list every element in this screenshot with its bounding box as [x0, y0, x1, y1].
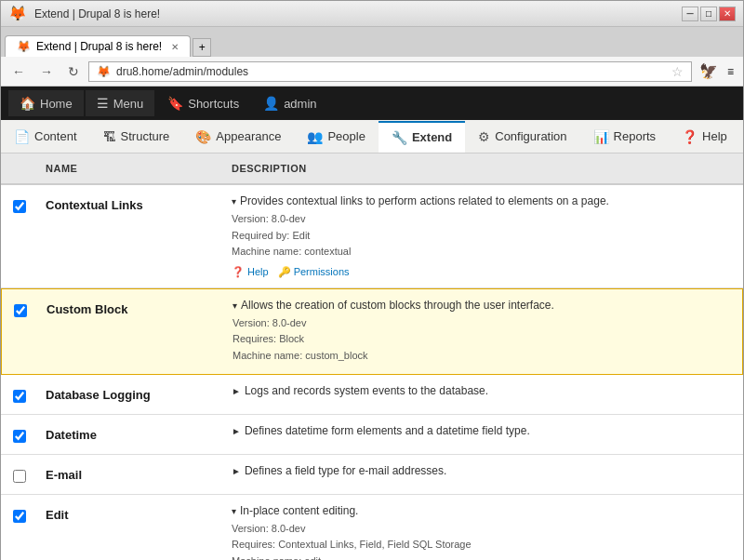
module-desc-datetime: Defines datetime form elements and a dat…	[245, 424, 530, 437]
back-button[interactable]: ←	[7, 62, 31, 81]
appearance-icon: 🎨	[195, 129, 211, 144]
nav-extend[interactable]: 🔧 Extend	[379, 121, 465, 153]
module-desc-contextual: Provides contextual links to perform act…	[240, 194, 609, 207]
content-icon: 📄	[14, 129, 30, 144]
module-name-database-logging: Database Logging	[46, 388, 151, 402]
tab-close-button[interactable]: ✕	[171, 42, 179, 52]
bookmark-star-icon[interactable]: ☆	[671, 64, 684, 79]
browser-title: Extend | Drupal 8 is here!	[34, 7, 160, 20]
tab-favicon: 🦊	[17, 40, 31, 53]
admin-toolbar: 🏠 Home ☰ Menu 🔖 Shortcuts 👤 admin	[1, 87, 743, 120]
home-icon: 🏠	[20, 96, 35, 111]
help-link-icon-contextual: ❓	[232, 266, 245, 278]
new-tab-button[interactable]: +	[193, 38, 211, 57]
module-desc-edit: In-place content editing.	[240, 504, 358, 517]
desc-cell-email: ► Defines a field type for e-mail addres…	[224, 455, 743, 494]
browser-icon: 🦊	[8, 5, 27, 22]
checkbox-email[interactable]	[13, 470, 26, 483]
admin-icon: 👤	[263, 96, 279, 111]
menu-icon: ☰	[97, 96, 109, 111]
nav-content[interactable]: 📄 Content	[1, 122, 90, 152]
desc-cell-datetime: ► Defines datetime form elements and a d…	[224, 415, 743, 454]
desc-cell-edit: ▾ In-place content editing. Version: 8.0…	[224, 495, 743, 560]
name-cell-email: E-mail	[38, 455, 224, 494]
requires-edit: Requires: Contextual Links, Field, Field…	[232, 537, 736, 553]
module-row-database-logging: Database Logging ► Logs and records syst…	[1, 375, 743, 415]
th-checkbox	[1, 157, 38, 180]
toolbar-admin[interactable]: 👤 admin	[252, 90, 327, 116]
drupal-icon[interactable]: 🦅	[696, 60, 722, 82]
nav-people[interactable]: 👥 People	[294, 122, 378, 152]
version-edit: Version: 8.0-dev	[232, 521, 736, 538]
toolbar-shortcuts[interactable]: 🔖 Shortcuts	[156, 90, 250, 116]
close-button[interactable]: ✕	[719, 7, 736, 21]
address-favicon: 🦊	[97, 65, 111, 78]
nav-help-label: Help	[702, 129, 727, 143]
secondary-nav: 📄 Content 🏗 Structure 🎨 Appearance 👥 Peo…	[1, 120, 743, 153]
help-link-contextual[interactable]: ❓ Help	[232, 266, 269, 278]
extend-icon: 🔧	[392, 130, 407, 145]
help-icon: ❓	[682, 129, 698, 144]
address-bar[interactable]: 🦊 dru8.home/admin/modules ☆	[88, 61, 692, 82]
meta-edit: Version: 8.0-dev Requires: Contextual Li…	[232, 521, 736, 560]
toolbar-menu-label: Menu	[113, 97, 144, 111]
module-row-email: E-mail ► Defines a field type for e-mail…	[1, 455, 743, 495]
structure-icon: 🏗	[103, 129, 116, 144]
nav-configuration[interactable]: ⚙ Configuration	[465, 122, 579, 152]
th-description: DESCRIPTION	[224, 157, 743, 180]
nav-appearance[interactable]: 🎨 Appearance	[182, 122, 294, 152]
permissions-link-contextual[interactable]: 🔑 Permissions	[278, 266, 350, 278]
configuration-icon: ⚙	[478, 129, 490, 144]
links-contextual: ❓ Help 🔑 Permissions	[232, 266, 736, 278]
name-cell-edit: Edit	[38, 495, 224, 560]
forward-button[interactable]: →	[34, 62, 59, 81]
module-name-edit: Edit	[46, 508, 69, 522]
maximize-button[interactable]: □	[700, 7, 717, 21]
nav-reports[interactable]: 📊 Reports	[580, 122, 670, 152]
nav-configuration-label: Configuration	[495, 129, 566, 143]
checkbox-datetime[interactable]	[13, 430, 26, 443]
minimize-button[interactable]: ─	[682, 7, 698, 21]
refresh-button[interactable]: ↻	[62, 62, 85, 81]
triangle-icon-contextual: ▾	[232, 196, 236, 207]
checkbox-edit[interactable]	[13, 510, 26, 523]
toolbar-home[interactable]: 🏠 Home	[8, 90, 84, 116]
checkbox-database-logging[interactable]	[13, 390, 26, 403]
version-custom-block: Version: 8.0-dev	[232, 315, 735, 332]
module-name-custom-block: Custom Block	[46, 302, 127, 316]
module-row-contextual-links: Contextual Links ▾ Provides contextual l…	[1, 185, 743, 288]
requires-custom-block: Requires: Block	[232, 331, 735, 348]
module-row-custom-block: Custom Block ▾ Allows the creation of cu…	[1, 288, 743, 375]
checkbox-cell-email	[1, 455, 38, 494]
window-controls: ─ □ ✕	[682, 7, 736, 21]
th-name: NAME	[38, 157, 224, 180]
meta-custom-block: Version: 8.0-dev Requires: Block Machine…	[232, 315, 735, 365]
toolbar-menu[interactable]: ☰ Menu	[86, 90, 155, 116]
nav-people-label: People	[327, 129, 365, 143]
name-cell-datetime: Datetime	[38, 415, 224, 454]
desc-cell-contextual: ▾ Provides contextual links to perform a…	[224, 185, 743, 287]
toolbar-admin-label: admin	[284, 97, 316, 111]
module-name-contextual-links: Contextual Links	[46, 198, 143, 212]
toolbar-shortcuts-label: Shortcuts	[188, 97, 239, 111]
requires-contextual: Required by: Edit	[232, 228, 736, 245]
nav-icons: 🦅 ≡	[696, 60, 737, 82]
module-name-email: E-mail	[46, 468, 82, 482]
nav-extra-icon[interactable]: ≡	[724, 60, 737, 82]
main-content: NAME DESCRIPTION Contextual Links ▾ Prov…	[1, 153, 743, 560]
module-desc-database-logging: Logs and records system events to the da…	[245, 384, 488, 397]
module-row-edit: Edit ▾ In-place content editing. Version…	[1, 495, 743, 560]
checkbox-custom-block[interactable]	[14, 304, 27, 317]
nav-structure[interactable]: 🏗 Structure	[90, 122, 183, 152]
checkbox-contextual-links[interactable]	[13, 200, 26, 213]
nav-help[interactable]: ❓ Help	[669, 122, 740, 152]
sidebar-toggle-button[interactable]: ☰	[740, 120, 744, 153]
checkbox-cell-database-logging	[1, 375, 38, 414]
triangle-icon-datetime: ►	[232, 426, 241, 436]
triangle-icon-db-logging: ►	[232, 386, 241, 396]
desc-cell-custom-block: ▾ Allows the creation of custom blocks t…	[225, 289, 742, 374]
shortcuts-icon: 🔖	[167, 96, 183, 111]
version-contextual: Version: 8.0-dev	[232, 211, 736, 228]
browser-tab[interactable]: 🦊 Extend | Drupal 8 is here! ✕	[5, 35, 191, 57]
table-header: NAME DESCRIPTION	[1, 153, 743, 185]
